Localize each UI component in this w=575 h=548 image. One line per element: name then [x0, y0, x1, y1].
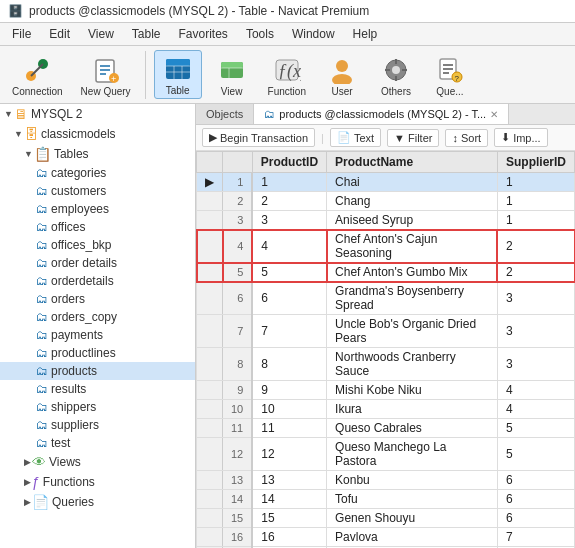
- cell-productid[interactable]: 14: [252, 490, 326, 509]
- sidebar-table-categories[interactable]: 🗂 categories: [0, 164, 195, 182]
- col-productname[interactable]: ProductName: [327, 152, 498, 173]
- cell-productname[interactable]: Aniseed Syrup: [327, 211, 498, 230]
- sidebar-table-payments[interactable]: 🗂 payments: [0, 326, 195, 344]
- table-row[interactable]: 5 5 Chef Anton's Gumbo Mix 2: [197, 263, 575, 282]
- cell-productid[interactable]: 7: [252, 315, 326, 348]
- sidebar-table-productlines[interactable]: 🗂 productlines: [0, 344, 195, 362]
- sidebar-table-test[interactable]: 🗂 test: [0, 434, 195, 452]
- cell-productid[interactable]: 4: [252, 230, 326, 263]
- cell-supplierid[interactable]: 4: [497, 381, 574, 400]
- menu-item-help[interactable]: Help: [345, 25, 386, 43]
- import-button[interactable]: ⬇ Imp...: [494, 128, 548, 147]
- cell-productname[interactable]: Grandma's Boysenberry Spread: [327, 282, 498, 315]
- cell-supplierid[interactable]: 4: [497, 400, 574, 419]
- table-row[interactable]: 4 4 Chef Anton's Cajun Seasoning 2: [197, 230, 575, 263]
- cell-supplierid[interactable]: 2: [497, 263, 574, 282]
- cell-productname[interactable]: Chai: [327, 173, 498, 192]
- cell-productname[interactable]: Mishi Kobe Niku: [327, 381, 498, 400]
- table-row[interactable]: 15 15 Genen Shouyu 6: [197, 509, 575, 528]
- cell-productid[interactable]: 5: [252, 263, 326, 282]
- table-row[interactable]: 12 12 Queso Manchego La Pastora 5: [197, 438, 575, 471]
- table-row[interactable]: 16 16 Pavlova 7: [197, 528, 575, 547]
- table-row[interactable]: ▶ 1 1 Chai 1: [197, 173, 575, 192]
- cell-productid[interactable]: 6: [252, 282, 326, 315]
- cell-productid[interactable]: 1: [252, 173, 326, 192]
- sidebar-table-order-details[interactable]: 🗂 order details: [0, 254, 195, 272]
- table-row[interactable]: 14 14 Tofu 6: [197, 490, 575, 509]
- table-row[interactable]: 2 2 Chang 1: [197, 192, 575, 211]
- menu-item-table[interactable]: Table: [124, 25, 169, 43]
- cell-productid[interactable]: 8: [252, 348, 326, 381]
- menu-item-view[interactable]: View: [80, 25, 122, 43]
- table-row[interactable]: 13 13 Konbu 6: [197, 471, 575, 490]
- begin-transaction-button[interactable]: ▶ Begin Transaction: [202, 128, 315, 147]
- toolbar-btn-table[interactable]: Table: [154, 50, 202, 99]
- sort-button[interactable]: ↕ Sort: [445, 129, 488, 147]
- sidebar-item-tables[interactable]: ▼ 📋 Tables: [0, 144, 195, 164]
- data-table-container[interactable]: ProductID ProductName SupplierID ▶ 1 1 C…: [196, 151, 575, 548]
- cell-supplierid[interactable]: 6: [497, 490, 574, 509]
- cell-productid[interactable]: 11: [252, 419, 326, 438]
- cell-productid[interactable]: 15: [252, 509, 326, 528]
- cell-productname[interactable]: Tofu: [327, 490, 498, 509]
- table-row[interactable]: 6 6 Grandma's Boysenberry Spread 3: [197, 282, 575, 315]
- cell-productid[interactable]: 16: [252, 528, 326, 547]
- table-row[interactable]: 8 8 Northwoods Cranberry Sauce 3: [197, 348, 575, 381]
- sidebar-table-customers[interactable]: 🗂 customers: [0, 182, 195, 200]
- cell-supplierid[interactable]: 6: [497, 471, 574, 490]
- cell-supplierid[interactable]: 1: [497, 192, 574, 211]
- cell-productid[interactable]: 9: [252, 381, 326, 400]
- sidebar-table-results[interactable]: 🗂 results: [0, 380, 195, 398]
- sidebar-table-offices[interactable]: 🗂 offices: [0, 218, 195, 236]
- cell-productname[interactable]: Chef Anton's Gumbo Mix: [327, 263, 498, 282]
- cell-productid[interactable]: 3: [252, 211, 326, 230]
- toolbar-btn-user[interactable]: User: [318, 52, 366, 99]
- table-row[interactable]: 3 3 Aniseed Syrup 1: [197, 211, 575, 230]
- cell-productid[interactable]: 13: [252, 471, 326, 490]
- sidebar-item-queries[interactable]: ▶ 📄 Queries: [0, 492, 195, 512]
- cell-productname[interactable]: Queso Manchego La Pastora: [327, 438, 498, 471]
- cell-productid[interactable]: 10: [252, 400, 326, 419]
- cell-productname[interactable]: Pavlova: [327, 528, 498, 547]
- toolbar-btn-connection[interactable]: Connection: [6, 52, 69, 99]
- cell-productname[interactable]: Queso Cabrales: [327, 419, 498, 438]
- cell-supplierid[interactable]: 1: [497, 211, 574, 230]
- table-row[interactable]: 7 7 Uncle Bob's Organic Dried Pears 3: [197, 315, 575, 348]
- sidebar-item-views[interactable]: ▶ 👁 Views: [0, 452, 195, 472]
- table-row[interactable]: 9 9 Mishi Kobe Niku 4: [197, 381, 575, 400]
- cell-supplierid[interactable]: 3: [497, 348, 574, 381]
- cell-supplierid[interactable]: 6: [497, 509, 574, 528]
- tab-close-icon[interactable]: ✕: [490, 109, 498, 120]
- cell-productname[interactable]: Northwoods Cranberry Sauce: [327, 348, 498, 381]
- menu-item-favorites[interactable]: Favorites: [171, 25, 236, 43]
- cell-supplierid[interactable]: 7: [497, 528, 574, 547]
- table-row[interactable]: 10 10 Ikura 4: [197, 400, 575, 419]
- cell-supplierid[interactable]: 2: [497, 230, 574, 263]
- sidebar-table-shippers[interactable]: 🗂 shippers: [0, 398, 195, 416]
- cell-supplierid[interactable]: 3: [497, 315, 574, 348]
- cell-productid[interactable]: 12: [252, 438, 326, 471]
- menu-item-file[interactable]: File: [4, 25, 39, 43]
- tab-objects[interactable]: Objects: [196, 104, 254, 124]
- cell-productname[interactable]: Konbu: [327, 471, 498, 490]
- sidebar-table-orderdetails[interactable]: 🗂 orderdetails: [0, 272, 195, 290]
- menu-item-window[interactable]: Window: [284, 25, 343, 43]
- text-button[interactable]: 📄 Text: [330, 128, 381, 147]
- toolbar-btn-new-query[interactable]: +New Query: [75, 52, 137, 99]
- sidebar-table-offices_bkp[interactable]: 🗂 offices_bkp: [0, 236, 195, 254]
- col-supplierid[interactable]: SupplierID: [497, 152, 574, 173]
- cell-supplierid[interactable]: 3: [497, 282, 574, 315]
- cell-productid[interactable]: 2: [252, 192, 326, 211]
- sidebar-table-employees[interactable]: 🗂 employees: [0, 200, 195, 218]
- filter-button[interactable]: ▼ Filter: [387, 129, 439, 147]
- cell-productname[interactable]: Genen Shouyu: [327, 509, 498, 528]
- col-productid[interactable]: ProductID: [252, 152, 326, 173]
- cell-productname[interactable]: Uncle Bob's Organic Dried Pears: [327, 315, 498, 348]
- toolbar-btn-query[interactable]: ?Que...: [426, 52, 474, 99]
- sidebar-table-orders[interactable]: 🗂 orders: [0, 290, 195, 308]
- sidebar-item-functions[interactable]: ▶ ƒ Functions: [0, 472, 195, 492]
- menu-item-edit[interactable]: Edit: [41, 25, 78, 43]
- tab-products-table[interactable]: 🗂 products @classicmodels (MYSQL 2) - T.…: [254, 104, 509, 124]
- cell-supplierid[interactable]: 5: [497, 419, 574, 438]
- toolbar-btn-others[interactable]: Others: [372, 52, 420, 99]
